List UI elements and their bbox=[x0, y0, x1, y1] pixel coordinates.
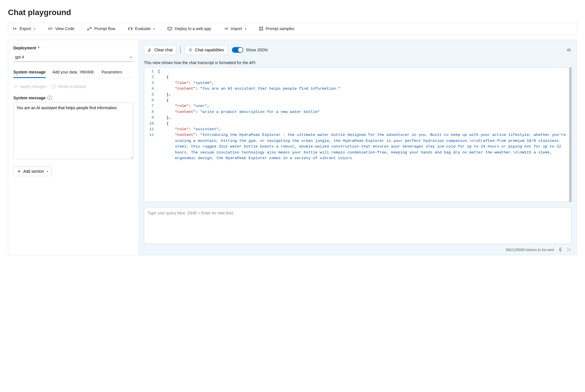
svg-rect-8 bbox=[560, 248, 561, 250]
right-panel: Clear chat Chat capabilities Show JSON T… bbox=[139, 40, 577, 255]
required-indicator: * bbox=[38, 46, 39, 50]
evaluate-label: Evaluate bbox=[135, 26, 150, 31]
config-tabs: System message Add your data PREVIEW Par… bbox=[13, 70, 133, 78]
send-icon[interactable] bbox=[567, 247, 572, 252]
prompt-flow-button[interactable]: Prompt flow bbox=[85, 25, 118, 33]
prompt-samples-button[interactable]: Prompt samples bbox=[257, 25, 297, 33]
import-icon bbox=[223, 26, 228, 31]
svg-rect-6 bbox=[262, 29, 263, 30]
chat-input[interactable] bbox=[144, 207, 572, 244]
chevron-down-icon: ▾ bbox=[130, 56, 132, 59]
deploy-label: Deploy to a web app bbox=[175, 26, 211, 31]
flow-icon bbox=[87, 26, 92, 31]
reset-icon bbox=[51, 84, 56, 89]
system-message-label: System message i bbox=[13, 96, 133, 100]
system-message-input[interactable] bbox=[13, 102, 133, 159]
show-json-toggle[interactable] bbox=[232, 47, 243, 53]
preview-badge: PREVIEW bbox=[79, 70, 95, 74]
code-icon bbox=[48, 26, 53, 31]
deployment-value: gpt-4 bbox=[15, 55, 24, 59]
page-title: Chat playground bbox=[8, 8, 577, 17]
apply-changes-button[interactable]: Apply changes bbox=[13, 84, 46, 89]
info-icon[interactable]: i bbox=[47, 96, 52, 100]
toolbar: Export ▾ View Code Prompt flow Evaluate … bbox=[8, 23, 577, 35]
svg-rect-5 bbox=[259, 29, 261, 30]
json-viewer[interactable]: 123456789101112 [{"role": "system","cont… bbox=[144, 67, 572, 202]
add-section-button[interactable]: Add section ▾ bbox=[13, 167, 52, 176]
svg-point-1 bbox=[90, 27, 91, 29]
gear-icon bbox=[188, 48, 193, 52]
evaluate-button[interactable]: Evaluate ▾ bbox=[125, 25, 157, 33]
view-code-label: View Code bbox=[55, 26, 74, 31]
chevron-down-icon: ▾ bbox=[245, 27, 246, 30]
deployment-label: Deployment * bbox=[13, 46, 133, 50]
separator bbox=[180, 47, 181, 53]
tab-parameters[interactable]: Parameters bbox=[102, 70, 122, 78]
show-json-toggle-wrap: Show JSON bbox=[232, 47, 268, 53]
export-label: Export bbox=[20, 26, 31, 31]
prompt-samples-label: Prompt samples bbox=[266, 26, 294, 31]
evaluate-icon bbox=[128, 26, 133, 31]
deployment-select[interactable]: gpt-4 ▾ bbox=[13, 52, 133, 62]
system-message-actions: Apply changes Reset to default bbox=[13, 84, 133, 89]
transcript-description: This view shows how the chat transcript … bbox=[144, 60, 572, 65]
main-panel: Deployment * gpt-4 ▾ System message Add … bbox=[8, 40, 577, 255]
broom-icon bbox=[148, 48, 152, 52]
export-button[interactable]: Export ▾ bbox=[11, 25, 37, 33]
chevron-down-icon: ▾ bbox=[153, 27, 155, 30]
svg-rect-3 bbox=[259, 27, 261, 28]
plus-icon bbox=[17, 169, 21, 173]
svg-point-0 bbox=[87, 29, 89, 30]
svg-rect-4 bbox=[262, 27, 263, 28]
grid-icon bbox=[259, 26, 263, 31]
deploy-button[interactable]: Deploy to a web app bbox=[165, 25, 213, 33]
clear-chat-button[interactable]: Clear chat bbox=[144, 45, 176, 55]
view-code-button[interactable]: View Code bbox=[45, 25, 76, 33]
chevron-down-icon: ▾ bbox=[47, 170, 48, 173]
left-panel: Deployment * gpt-4 ▾ System message Add … bbox=[8, 40, 139, 255]
deploy-icon bbox=[167, 26, 172, 31]
svg-point-7 bbox=[190, 49, 191, 50]
json-code: [{"role": "system","content": "You are a… bbox=[157, 68, 569, 202]
token-count: 392/128000 tokens to be sent bbox=[506, 248, 554, 252]
chat-capabilities-button[interactable]: Chat capabilities bbox=[184, 45, 228, 55]
microphone-icon[interactable] bbox=[558, 247, 563, 252]
line-gutter: 123456789101112 bbox=[144, 68, 157, 202]
import-label: Import bbox=[231, 26, 242, 31]
speaker-icon[interactable] bbox=[567, 47, 572, 52]
token-row: 392/128000 tokens to be sent bbox=[144, 247, 572, 252]
apply-icon bbox=[13, 84, 18, 89]
prompt-flow-label: Prompt flow bbox=[94, 26, 115, 31]
chevron-down-icon: ▾ bbox=[34, 27, 35, 30]
export-icon bbox=[13, 26, 17, 31]
svg-rect-2 bbox=[168, 27, 172, 30]
import-button[interactable]: Import ▾ bbox=[221, 25, 249, 33]
chat-input-area: 392/128000 tokens to be sent bbox=[144, 207, 572, 252]
chat-header: Clear chat Chat capabilities Show JSON bbox=[144, 45, 572, 55]
show-json-label: Show JSON bbox=[246, 48, 268, 52]
tab-add-your-data[interactable]: Add your data PREVIEW bbox=[53, 70, 95, 78]
reset-default-button[interactable]: Reset to default bbox=[51, 84, 86, 89]
tab-system-message[interactable]: System message bbox=[13, 70, 46, 78]
